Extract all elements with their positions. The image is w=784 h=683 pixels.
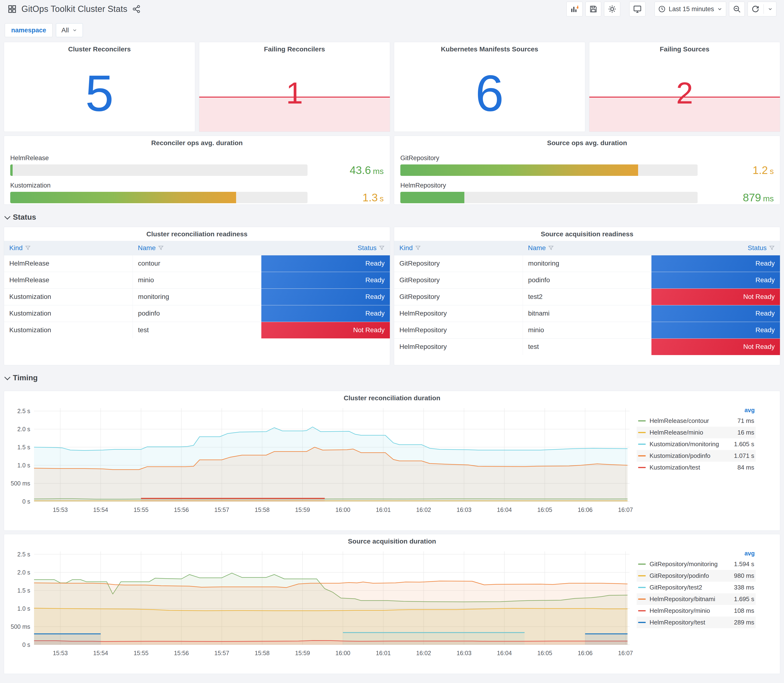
series-color-swatch (638, 610, 646, 611)
add-panel-button[interactable] (566, 2, 583, 16)
timeseries-panel: Cluster reconciliation duration15:5315:5… (4, 391, 780, 531)
status-badge: Ready (261, 255, 390, 272)
dashboard-settings-button[interactable] (604, 2, 620, 16)
gauge-value: 1.3s (308, 191, 384, 204)
column-header-status[interactable]: Status (261, 241, 390, 255)
stats-row: Cluster Reconcilers5Failing Reconcilers1… (4, 42, 780, 132)
legend-item: Kustomization/podinfo1.071 s (636, 450, 756, 462)
filter-icon[interactable] (379, 245, 385, 251)
gauge-line: 43.6ms (10, 164, 384, 176)
readiness-table: KindNameStatusGitRepositorymonitoringRea… (394, 241, 780, 355)
chevron-down-icon (768, 6, 773, 12)
cell-status: Not Ready (651, 289, 780, 305)
legend-series-name[interactable]: GitRepository/podinfo (649, 572, 709, 579)
svg-text:15:59: 15:59 (295, 650, 310, 656)
legend-series-name[interactable]: Kustomization/podinfo (649, 452, 710, 460)
svg-text:16:00: 16:00 (335, 650, 350, 656)
legend-avg-value: 108 ms (734, 607, 754, 614)
gauge-value: 1.2s (697, 164, 774, 176)
legend-series-name[interactable]: GitRepository/monitoring (649, 560, 718, 568)
cell-kind: Kustomization (4, 305, 133, 322)
legend-series-name[interactable]: HelmRelease/minio (649, 429, 703, 436)
zoom-out-button[interactable] (729, 2, 745, 16)
panel-title[interactable]: Source ops avg. duration (394, 136, 780, 147)
series-color-swatch (638, 455, 646, 457)
legend-series-name[interactable]: Kustomization/test (649, 464, 700, 471)
legend-series-name[interactable]: GitRepository/test2 (649, 584, 702, 591)
dashboard-grid-icon[interactable] (8, 5, 17, 14)
cell-kind: HelmRelease (4, 255, 133, 272)
time-range-picker[interactable]: Last 15 minutes (654, 2, 726, 16)
gauge-value-number: 1.3 (362, 191, 378, 204)
legend-avg-header[interactable]: avg (636, 407, 756, 415)
svg-text:16:06: 16:06 (578, 650, 593, 656)
legend-series-name[interactable]: HelmRepository/minio (649, 607, 710, 614)
column-header-kind[interactable]: Kind (4, 241, 133, 255)
panel-title[interactable]: Kubernetes Manifests Sources (394, 42, 585, 53)
column-header-name[interactable]: Name (133, 241, 261, 255)
svg-text:16:07: 16:07 (618, 507, 633, 513)
stat-panel: Failing Sources2 (589, 42, 781, 132)
variable-label-pill[interactable]: namespace (5, 23, 53, 37)
cell-name: podinfo (133, 305, 261, 322)
section-status[interactable]: Status (4, 205, 780, 227)
panel-title[interactable]: Failing Reconcilers (199, 42, 390, 53)
table-row: KustomizationtestNot Ready (4, 322, 390, 338)
panel-title[interactable]: Cluster reconciliation duration (4, 391, 780, 402)
cell-name: monitoring (133, 289, 261, 305)
panel-title[interactable]: Source acquisition readiness (394, 227, 780, 238)
chevron-down-icon (717, 6, 723, 12)
gauge-row: GitRepository1.2s (400, 154, 774, 176)
gauge-track (400, 164, 697, 176)
filter-icon[interactable] (415, 245, 421, 251)
column-header-status[interactable]: Status (651, 241, 780, 255)
panel-title[interactable]: Reconciler ops avg. duration (4, 136, 390, 147)
gauge-line: 879ms (400, 191, 774, 204)
filter-icon[interactable] (769, 245, 775, 251)
panel-title[interactable]: Cluster Reconcilers (4, 42, 195, 53)
panel-title[interactable]: Source acquisition duration (4, 534, 780, 545)
chart-body: 15:5315:5415:5515:5615:5715:5815:5916:00… (4, 545, 780, 660)
tv-mode-button[interactable] (629, 2, 646, 16)
table-row: KustomizationmonitoringReady (4, 289, 390, 305)
variable-value-dropdown[interactable]: All (56, 23, 83, 37)
svg-text:16:04: 16:04 (497, 507, 512, 513)
panel-title[interactable]: Cluster reconciliation readiness (4, 227, 390, 238)
legend: avgHelmRelease/contour71 msHelmRelease/m… (634, 403, 763, 517)
column-label: Status (358, 244, 377, 252)
chevron-down-icon (72, 27, 77, 33)
variable-label: namespace (11, 27, 46, 34)
filter-icon[interactable] (158, 245, 164, 251)
cell-kind: HelmRelease (4, 272, 133, 289)
bargauge-panel: Source ops avg. durationGitRepository1.2… (394, 136, 780, 205)
chevron-down-icon (4, 213, 10, 220)
filter-icon[interactable] (25, 245, 31, 251)
svg-text:2.5 s: 2.5 s (18, 551, 30, 558)
timeseries-plot[interactable]: 15:5315:5415:5515:5615:5715:5815:5916:00… (6, 403, 634, 517)
clock-icon (658, 5, 666, 13)
dashboard-title[interactable]: GitOps Toolkit Cluster Stats (21, 4, 127, 14)
column-header-name[interactable]: Name (523, 241, 651, 255)
stat-panel: Kubernetes Manifests Sources6 (394, 42, 585, 132)
legend-series-name[interactable]: HelmRelease/contour (649, 417, 709, 425)
refresh-button[interactable] (747, 2, 776, 16)
gauge-row: HelmRepository879ms (400, 182, 774, 204)
section-timing[interactable]: Timing (4, 365, 780, 388)
svg-text:16:04: 16:04 (497, 650, 512, 656)
legend-series-name[interactable]: Kustomization/monitoring (649, 441, 719, 448)
stat-value: 6 (475, 67, 504, 119)
legend-series-name[interactable]: HelmRepository/bitnami (649, 595, 715, 603)
table-row: GitRepositorypodinfoReady (394, 272, 780, 289)
gauge-track (10, 164, 308, 176)
svg-text:15:56: 15:56 (174, 507, 189, 513)
timeseries-plot[interactable]: 15:5315:5415:5515:5615:5715:5815:5916:00… (6, 546, 634, 660)
gauge-value: 879ms (697, 191, 774, 204)
filter-icon[interactable] (548, 245, 554, 251)
save-dashboard-button[interactable] (585, 2, 601, 16)
share-icon[interactable] (132, 5, 141, 13)
column-header-kind[interactable]: Kind (394, 241, 523, 255)
legend-avg-header[interactable]: avg (636, 550, 756, 558)
gauge-value-unit: s (380, 194, 384, 203)
legend-series-name[interactable]: HelmRepository/test (649, 619, 705, 626)
panel-title[interactable]: Failing Sources (589, 42, 780, 53)
